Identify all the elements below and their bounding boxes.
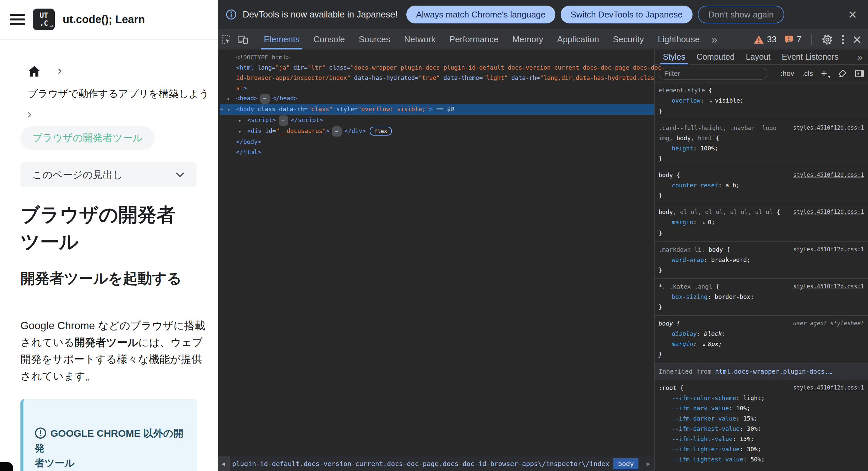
infobar-button[interactable]: Always match Chrome's language [406,6,555,24]
corner-toast[interactable] [0,462,13,471]
tab-application[interactable]: Application [550,29,606,50]
css-property[interactable]: margin: ▸0; [659,217,864,228]
css-property[interactable]: counter-reset: a b; [659,180,864,190]
toggle-class-button[interactable]: .cls [802,69,813,78]
css-property[interactable]: --ifm-darkest-value: 30%; [659,423,864,434]
styles-tab-layout[interactable]: Layout [740,50,776,64]
css-property[interactable]: overflow: ▸visible; [659,95,864,106]
tree-disclosure-arrow[interactable]: ▸ [227,94,236,104]
tab-memory[interactable]: Memory [505,29,550,50]
dom-breadcrumb-path[interactable]: plugin-id-default.docs-version-current.d… [229,460,612,468]
gear-icon[interactable] [822,34,833,45]
stylesheet-source-link[interactable]: styles.4510f12d.css:1 [793,383,864,393]
css-property[interactable]: box-sizing: border-box; [659,291,864,302]
flex-badge[interactable]: flex [370,127,392,135]
css-property[interactable]: --ifm-darker-value: 15%; [659,413,864,423]
dom-tree-row[interactable]: <html lang="ja" dir="ltr" class="docs-wr… [220,62,654,72]
stylesheet-source-link[interactable]: styles.4510f12d.css:1 [793,244,864,255]
dom-tree-row[interactable]: ▸<div id="__docusaurus">⋯</div>flex [220,126,654,136]
infobar-buttons: Always match Chrome's languageSwitch Dev… [406,6,784,24]
new-style-rule-button[interactable]: + [821,68,830,79]
css-rule: styles.4510f12d.css:1.card--full-height,… [655,120,868,167]
stylesheet-source-link[interactable]: styles.4510f12d.css:1 [793,123,864,133]
expand-node-icon[interactable]: ⋯ [279,116,288,126]
dom-tree-row[interactable]: ▸<head>⋯</head> [220,93,654,104]
issues-badge[interactable]: 7 [784,34,801,44]
styles-filter-row: :hov .cls + [655,65,868,83]
tree-disclosure-arrow[interactable]: ▾ [227,104,236,115]
tab-lighthouse[interactable]: Lighthouse [651,29,706,50]
expand-node-icon[interactable]: ⋯ [260,94,270,104]
styles-tab-event-listeners[interactable]: Event Listeners [776,50,844,64]
chevron-down-icon [176,172,185,178]
breadcrumb [28,65,218,77]
tree-disclosure-arrow[interactable]: ▸ [239,116,247,126]
dom-tree-row[interactable]: ⋯▾<body class data-rh="class" style="ove… [220,104,654,115]
dom-breadcrumb-selected[interactable]: body [613,458,639,469]
dom-tree-row[interactable]: s"> [220,83,654,93]
css-property[interactable]: --ifm-lightest-value: 50%; [659,454,864,464]
stylesheet-source-link[interactable]: styles.4510f12d.css:1 [793,281,864,291]
styles-more-tabs-icon[interactable]: » [855,50,865,64]
logo-text-bottom: .C [39,20,48,27]
site-title[interactable]: ut.code(); Learn [63,13,145,26]
section-heading: 開発者ツールを起動する [21,269,218,288]
css-rule: styles.4510f12d.css:1.markdown li, body … [655,242,868,279]
infobar-close-icon[interactable]: × [845,7,860,22]
home-icon[interactable] [28,65,41,77]
styles-tab-styles[interactable]: Styles [657,50,691,64]
tab-elements[interactable]: Elements [257,29,306,50]
warnings-badge[interactable]: 33 [753,34,777,44]
styles-tab-computed[interactable]: Computed [691,50,740,64]
brush-icon[interactable] [838,69,847,78]
css-property[interactable]: word-wrap: break-word; [659,255,864,265]
css-property[interactable]: --ifm-lighter-value: 30%; [659,444,864,454]
breadcrumb-section-link[interactable]: ブラウザで動作するアプリを構築しよう [28,87,216,101]
infobar-button[interactable]: Switch DevTools to Japanese [561,6,692,24]
toolbar-right-cluster: 33 7 × [753,29,868,50]
css-property[interactable]: --ifm-dark-value: 10%; [659,403,864,413]
css-property[interactable]: --ifm-color-scheme: light; [659,393,864,403]
tab-performance[interactable]: Performance [442,29,505,50]
tab-security[interactable]: Security [606,29,651,50]
css-property[interactable]: --ifm-light-value: 15%; [659,434,864,444]
css-property[interactable]: margin: ▸8px; [659,339,864,350]
more-tabs-icon[interactable]: » [707,29,722,50]
styles-filter-input[interactable] [659,68,767,80]
css-property[interactable]: height: 100%; [659,143,864,153]
inherited-node-link[interactable]: html.docs-wrapper.plugin-docs.… [715,368,832,375]
stylesheet-source-link[interactable]: styles.4510f12d.css:1 [793,207,864,217]
tab-sources[interactable]: Sources [352,29,397,50]
dom-tree-row[interactable]: id-browser-apps/inspector/index" data-ha… [220,72,654,83]
expand-node-icon[interactable]: ⋯ [332,126,342,136]
dom-breadcrumb-bar: ◀ plugin-id-default.docs-version-current… [218,456,654,471]
styles-tabs: StylesComputedLayoutEvent Listeners» [655,50,868,65]
toggle-hover-state-button[interactable]: :hov [781,69,795,78]
tree-disclosure-arrow[interactable]: ▸ [239,126,247,136]
panel-toggle-icon[interactable] [855,69,864,78]
css-property[interactable]: display: block; [659,328,864,339]
dom-tree-row[interactable]: </body> [220,136,654,147]
inherited-from-row: Inherited from html.docs-wrapper.plugin-… [655,364,868,380]
breadcrumb-prev-button[interactable]: ◀ [218,456,229,471]
breadcrumb-next-button[interactable]: ▶ [643,456,654,471]
stylesheet-source-link[interactable]: styles.4510f12d.css:1 [793,170,864,180]
hamburger-menu-icon[interactable] [10,14,25,25]
devtools-tabs: ElementsConsoleSourcesNetworkPerformance… [257,29,707,50]
devtools-infobar: DevTools is now available in Japanese! A… [218,0,868,29]
tab-console[interactable]: Console [306,29,351,50]
elements-panel: <!DOCTYPE html><html lang="ja" dir="ltr"… [218,50,655,471]
site-header: UT .C ↵ ut.code(); Learn [0,0,218,39]
issues-icon [784,35,794,44]
kebab-menu-icon[interactable] [841,35,845,44]
device-toolbar-icon[interactable] [234,29,251,50]
site-logo[interactable]: UT .C ↵ [33,8,55,30]
dom-tree-row[interactable]: ▸<script>⋯</script> [220,115,654,126]
devtools-close-icon[interactable]: × [852,32,861,47]
dom-tree-row[interactable]: <!DOCTYPE html> [220,52,654,62]
toc-collapsible[interactable]: このページの見出し [21,162,196,187]
tab-network[interactable]: Network [397,29,442,50]
inspect-element-icon[interactable] [218,29,234,50]
infobar-button[interactable]: Don't show again [698,6,784,24]
dom-tree-row[interactable]: </html> [220,147,654,157]
